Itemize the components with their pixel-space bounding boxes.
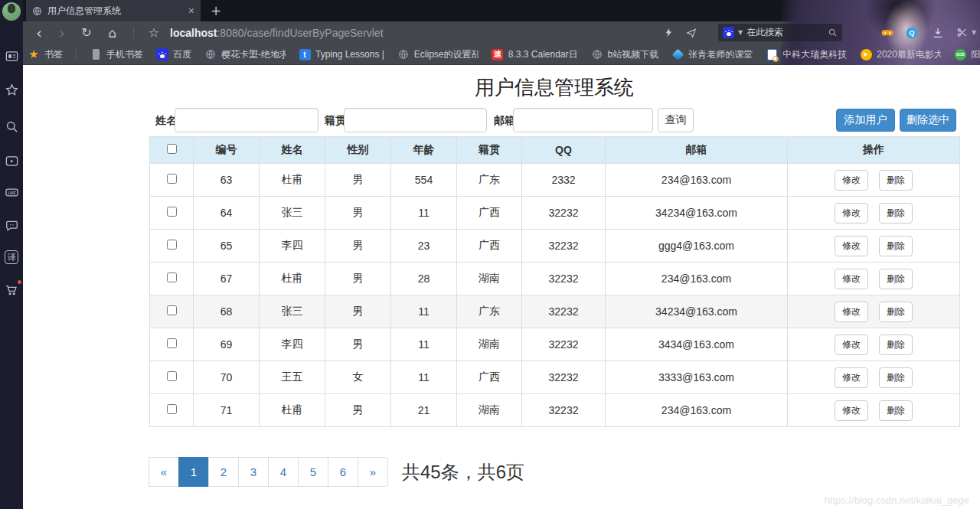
browser-search-box[interactable]: ▼ 在此搜索 [718, 24, 842, 41]
game-center-icon[interactable] [877, 21, 897, 44]
divider [76, 49, 77, 60]
delete-selected-button[interactable]: 删除选中 [900, 109, 956, 132]
edit-button[interactable]: 修改 [835, 367, 868, 388]
page-item[interactable]: » [358, 457, 388, 487]
bookmark-item[interactable]: 百度 [156, 48, 191, 61]
back-button[interactable]: ‹ [29, 21, 49, 44]
cell-id: 67 [194, 263, 260, 295]
new-tab-button[interactable]: + [205, 0, 227, 21]
delete-button[interactable]: 删除 [879, 334, 913, 355]
download-icon[interactable] [928, 21, 948, 44]
edit-button[interactable]: 修改 [835, 334, 868, 355]
search-placeholder[interactable]: 在此搜索 [746, 26, 824, 39]
cell-email: 34234@163.com [606, 197, 788, 230]
bookmark-item[interactable]: 樱花卡盟-绝地求生 [204, 48, 286, 61]
baidu-icon[interactable] [723, 27, 734, 38]
delete-button[interactable]: 删除 [879, 203, 913, 224]
bookmark-item[interactable]: ★书签 [28, 48, 63, 61]
bookmark-item[interactable]: 中科大瑞奥科技 [766, 48, 847, 61]
edit-button[interactable]: 修改 [835, 170, 868, 191]
sidebar-button[interactable] [0, 78, 23, 101]
sidebar-button[interactable] [0, 115, 23, 138]
edit-button[interactable]: 修改 [835, 203, 868, 224]
bookmark-item[interactable]: 速8.3.3 Calendar日 [492, 48, 578, 61]
cell-qq: 32232 [522, 361, 606, 394]
cell-origin: 湖南 [457, 328, 522, 361]
edit-button[interactable]: 修改 [835, 302, 868, 322]
row-checkbox[interactable] [167, 240, 177, 250]
table-row: 69 李四 男 11 湖南 32232 3434@163.com 修改 删除 [150, 328, 960, 361]
cell-age: 554 [391, 164, 457, 197]
sidebar-button[interactable]: LIVE [0, 181, 23, 204]
page-item[interactable]: 5 [298, 457, 328, 487]
bookmark-item[interactable]: SOB阳光沙滩-P9、An [954, 48, 980, 61]
email-input[interactable] [513, 108, 653, 132]
chevron-down-icon[interactable]: ▼ [969, 21, 978, 44]
delete-button[interactable]: 删除 [879, 170, 913, 191]
delete-button[interactable]: 删除 [879, 302, 913, 322]
reload-button[interactable]: ↻ [77, 21, 96, 44]
url-host: localhost [170, 27, 217, 39]
query-button[interactable]: 查询 [658, 108, 694, 132]
page-item[interactable]: 4 [268, 457, 299, 487]
cell-name: 杜甫 [260, 394, 325, 427]
sidebar-button[interactable] [0, 149, 23, 172]
browser-tab[interactable]: 用户信息管理系统 × [26, 0, 201, 21]
address-bar[interactable]: localhost:8080/case/findUserByPageServle… [170, 21, 384, 44]
sidebar-button[interactable] [0, 278, 23, 301]
edit-button[interactable]: 修改 [835, 236, 868, 256]
bookmark-item[interactable]: 张青老师的课堂 [671, 48, 753, 61]
row-checkbox[interactable] [167, 404, 177, 414]
delete-button[interactable]: 删除 [879, 367, 913, 388]
page-item[interactable]: 6 [328, 457, 358, 487]
row-checkbox[interactable] [167, 272, 177, 282]
row-checkbox[interactable] [167, 338, 177, 348]
row-checkbox[interactable] [167, 207, 177, 217]
scissors-icon[interactable] [952, 21, 971, 44]
bookmark-label: 2020最新电影大全 [877, 48, 941, 61]
share-icon[interactable] [683, 21, 700, 44]
edit-button[interactable]: 修改 [835, 400, 868, 421]
delete-button[interactable]: 删除 [879, 269, 913, 289]
bookmark-item[interactable]: Eclipse的设置乱了 [397, 48, 479, 61]
name-input[interactable] [175, 108, 318, 132]
bookmark-label: 阳光沙滩-P9、An [971, 48, 980, 61]
row-checkbox[interactable] [167, 174, 177, 184]
cell-gender: 男 [325, 197, 391, 230]
user-avatar[interactable] [2, 2, 21, 21]
column-header: QQ [522, 137, 606, 164]
bookmark-item[interactable]: tTyping Lessons | [299, 48, 384, 60]
tab-close-icon[interactable]: × [188, 5, 194, 17]
add-user-button[interactable]: 添加用户 [836, 109, 895, 132]
chevron-down-icon[interactable]: ▼ [738, 29, 743, 36]
edit-button[interactable]: 修改 [835, 269, 868, 289]
sidebar-button[interactable] [0, 44, 23, 67]
qq-icon[interactable]: Q [902, 21, 922, 44]
cell-name: 王五 [260, 361, 325, 394]
live-icon: LIVE [5, 185, 19, 200]
page-item[interactable]: 3 [238, 457, 269, 487]
row-checkbox[interactable] [167, 305, 177, 315]
delete-button[interactable]: 删除 [879, 400, 913, 421]
bookmark-item[interactable]: 手机书签 [90, 48, 143, 61]
select-all-checkbox[interactable] [167, 144, 177, 154]
bookmark-item[interactable]: b站视频下载 [591, 48, 659, 61]
origin-input[interactable] [344, 108, 487, 132]
bookmark-label: 书签 [44, 48, 63, 61]
search-icon[interactable] [828, 28, 838, 38]
bookmark-item[interactable]: ▶2020最新电影大全 [860, 48, 941, 61]
forward-button[interactable]: › [52, 21, 72, 44]
bookmark-star-icon[interactable]: ☆ [144, 21, 164, 44]
page-item[interactable]: « [149, 457, 179, 487]
page-item[interactable]: 2 [208, 457, 239, 487]
page-item[interactable]: 1 [178, 457, 209, 487]
lightning-icon[interactable] [660, 21, 677, 44]
delete-button[interactable]: 删除 [879, 236, 913, 256]
column-header: 编号 [194, 137, 260, 164]
sidebar-button[interactable] [0, 214, 23, 237]
sidebar-button[interactable]: 译 [0, 246, 23, 269]
home-button[interactable]: ⌂ [103, 21, 122, 44]
column-header: 籍贯 [457, 137, 522, 164]
cell-qq: 32232 [522, 230, 606, 263]
row-checkbox[interactable] [167, 371, 177, 381]
